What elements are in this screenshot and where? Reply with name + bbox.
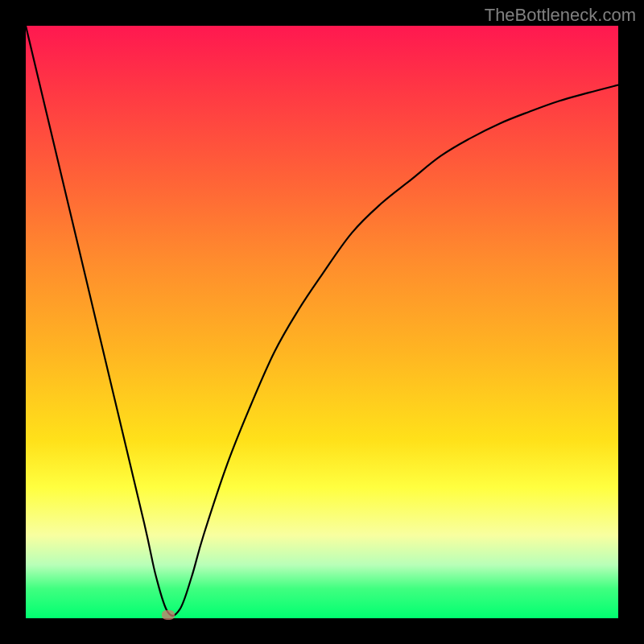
plot-area [26, 26, 618, 618]
minimum-marker [162, 610, 175, 620]
chart-frame: TheBottleneck.com [0, 0, 644, 644]
attribution-text: TheBottleneck.com [485, 5, 636, 26]
bottleneck-curve [26, 26, 618, 618]
